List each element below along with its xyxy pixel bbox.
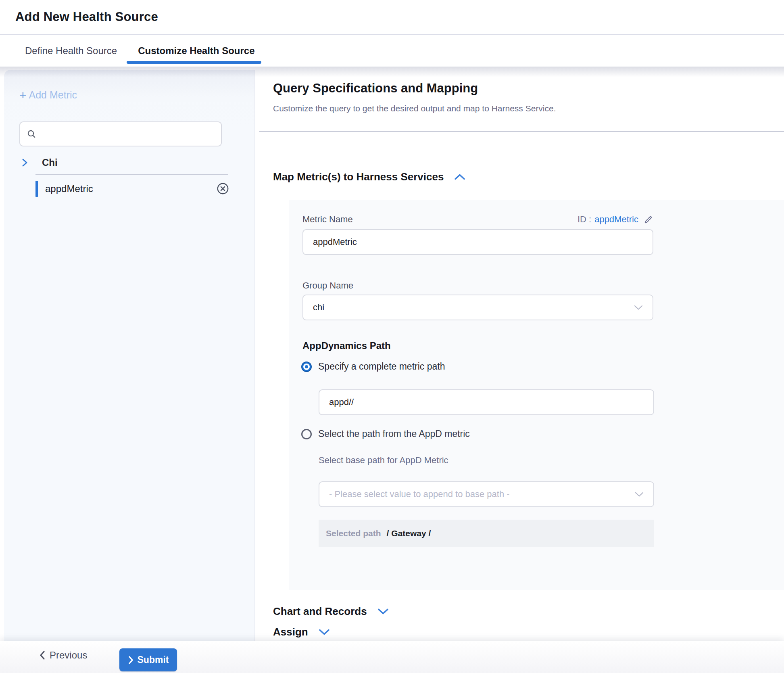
radio-complete-metric-path[interactable]: Specify a complete metric path <box>301 361 445 372</box>
radio-selected-icon[interactable] <box>301 362 312 372</box>
group-name-value: chi <box>313 302 324 313</box>
radio-unselected-icon[interactable] <box>301 429 312 439</box>
chevron-down-icon <box>634 305 643 310</box>
chevron-right-icon[interactable] <box>21 158 28 167</box>
chevron-down-icon[interactable] <box>319 629 330 635</box>
group-name-select[interactable]: chi <box>302 295 653 320</box>
group-name-label: Group Name <box>302 280 353 291</box>
chart-records-heading: Chart and Records <box>273 605 367 618</box>
assign-section-toggle[interactable]: Assign <box>273 626 330 638</box>
workspace: + Add Metric Chi appdMetric <box>4 70 784 641</box>
chevron-right-icon <box>128 656 134 665</box>
section-subtitle: Customize the query to get the desired o… <box>273 104 556 113</box>
dialog-footer: Previous Submit <box>0 641 784 673</box>
query-spec-panel: Query Specifications and Mapping Customi… <box>256 70 784 641</box>
tab-bar: Define Health Source Customize Health So… <box>0 35 784 67</box>
metric-name-label: Metric Name <box>302 214 353 225</box>
previous-button[interactable]: Previous <box>39 650 87 661</box>
dialog-header: Add New Health Source <box>0 0 784 35</box>
active-tab-underline <box>127 61 261 64</box>
add-metric-button[interactable]: + Add Metric <box>19 89 77 101</box>
radio-select-path-label: Select the path from the AppD metric <box>318 428 470 439</box>
section-divider <box>259 131 784 132</box>
search-input[interactable] <box>40 122 221 146</box>
id-value: appdMetric <box>594 214 638 225</box>
tab-customize-label: Customize Health Source <box>138 45 254 56</box>
map-metrics-section-toggle[interactable]: Map Metric(s) to Harness Services <box>273 171 465 183</box>
metric-item-label: appdMetric <box>45 183 93 194</box>
metric-name-row: Metric Name ID : appdMetric <box>302 214 653 225</box>
radio-complete-path-label: Specify a complete metric path <box>318 361 445 372</box>
radio-select-path-from-appd[interactable]: Select the path from the AppD metric <box>301 428 470 439</box>
tab-customize-health-source[interactable]: Customize Health Source <box>138 45 254 56</box>
group-divider <box>35 174 228 175</box>
base-path-select[interactable]: - Please select value to append to base … <box>319 481 654 507</box>
chevron-left-icon <box>39 650 46 660</box>
selected-path-label: Selected path <box>326 529 381 538</box>
page-title: Add New Health Source <box>15 10 158 24</box>
metric-item-appdmetric[interactable]: appdMetric <box>4 180 254 198</box>
base-path-placeholder: - Please select value to append to base … <box>329 489 510 500</box>
tab-define-health-source[interactable]: Define Health Source <box>25 45 117 56</box>
selected-indicator-bar <box>35 181 38 197</box>
id-prefix-label: ID : <box>578 214 591 225</box>
previous-label: Previous <box>50 650 87 661</box>
metric-search <box>19 121 222 146</box>
assign-heading: Assign <box>273 626 308 638</box>
map-metrics-form-panel: Metric Name ID : appdMetric Group Name c… <box>289 200 784 590</box>
chevron-down-icon[interactable] <box>377 608 389 615</box>
plus-icon: + <box>19 90 27 101</box>
metric-group-chi[interactable]: Chi <box>4 154 254 171</box>
base-path-label: Select base path for AppD Metric <box>319 455 448 466</box>
selected-path-row: Selected path / Gateway / <box>319 520 654 547</box>
section-title: Query Specifications and Mapping <box>273 81 478 96</box>
group-label: Chi <box>42 157 58 168</box>
metric-name-input[interactable] <box>302 229 653 255</box>
chevron-down-icon <box>635 492 644 497</box>
search-icon <box>27 129 36 139</box>
remove-metric-icon[interactable] <box>217 182 229 195</box>
appdynamics-path-heading: AppDynamics Path <box>302 340 391 351</box>
selected-path-value: / Gateway / <box>387 529 431 538</box>
edit-pencil-icon[interactable] <box>643 215 653 225</box>
add-metric-label: Add Metric <box>29 89 77 101</box>
chevron-up-icon[interactable] <box>454 173 465 180</box>
submit-button[interactable]: Submit <box>119 648 177 671</box>
complete-metric-path-input[interactable] <box>319 389 654 415</box>
map-metrics-heading: Map Metric(s) to Harness Services <box>273 171 444 183</box>
submit-label: Submit <box>138 654 169 665</box>
chart-records-section-toggle[interactable]: Chart and Records <box>273 605 389 618</box>
metric-id: ID : appdMetric <box>578 214 653 225</box>
metrics-sidebar: + Add Metric Chi appdMetric <box>4 70 255 641</box>
